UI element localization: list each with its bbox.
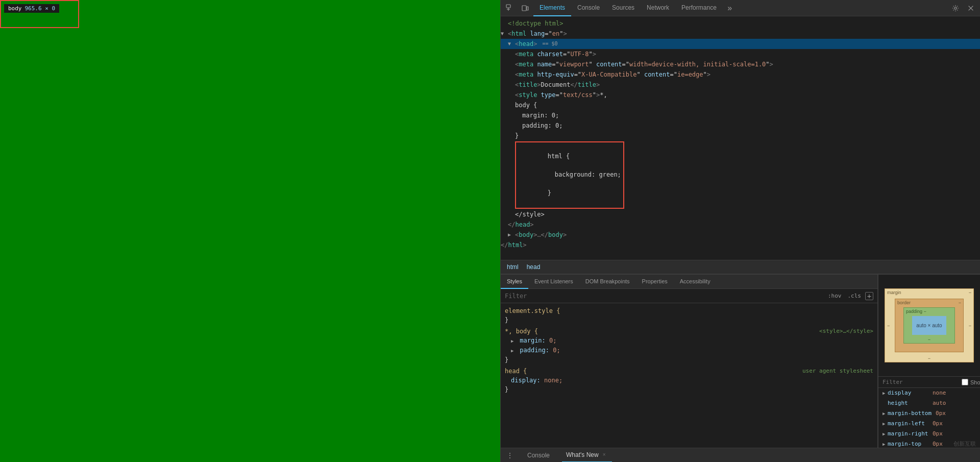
box-model-visual: margin − − − − border − padding − xyxy=(878,275,980,376)
tooltip-dimensions: 965.6 × 0 xyxy=(25,5,56,12)
box-content-layer: auto × auto xyxy=(912,316,946,335)
style-source-head[interactable]: user agent stylesheet xyxy=(802,367,873,376)
head-selector[interactable]: head { xyxy=(505,368,527,375)
tooltip-tag: body xyxy=(8,5,22,12)
margin-expand-arrow[interactable]: ▶ xyxy=(511,336,516,346)
html-line-html-close[interactable]: </html> xyxy=(501,240,980,250)
computed-properties-list: ▶ display none height auto ▶ margin-bott… xyxy=(878,388,980,448)
html-line-margin[interactable]: margin: 0; xyxy=(501,110,980,120)
style-rule-head: head { user agent stylesheet display: no… xyxy=(501,366,877,395)
html-line-padding[interactable]: padding: 0; xyxy=(501,120,980,131)
padding-label: padding − xyxy=(906,309,926,314)
tab-elements[interactable]: Elements xyxy=(533,0,571,16)
html-tree[interactable]: <!doctype html> ▼ <html lang="en" > ▼ <h… xyxy=(501,16,980,260)
html-line-style-close[interactable]: </style> xyxy=(501,209,980,220)
html-line-title[interactable]: <title> Document </title> xyxy=(501,80,980,90)
style-rule-element: element.style { } xyxy=(501,305,877,326)
computed-prop-margin-left[interactable]: ▶ margin-left 0px xyxy=(878,419,980,429)
device-toggle-button[interactable] xyxy=(518,1,532,15)
bottom-bar: ⋮ Console What's New × xyxy=(501,448,980,462)
style-source-body[interactable]: <style>…</style> xyxy=(819,327,873,336)
html-line-body[interactable]: ▶ <body> … </body> xyxy=(501,230,980,240)
margin-right-dash: − xyxy=(969,323,971,328)
bottom-tab-whats-new[interactable]: What's New × xyxy=(562,448,612,463)
display-prop[interactable]: display: xyxy=(511,377,541,384)
body-selector[interactable]: *, body { xyxy=(505,328,538,335)
breadcrumb-html[interactable]: html xyxy=(505,263,521,271)
computed-prop-margin-bottom[interactable]: ▶ margin-bottom 0px xyxy=(878,408,980,419)
tab-properties[interactable]: Properties xyxy=(636,275,674,289)
lower-panel: Styles Event Listeners DOM Breakpoints P… xyxy=(501,274,980,448)
tab-dom-breakpoints[interactable]: DOM Breakpoints xyxy=(579,275,636,289)
html-line-html-rule[interactable]: html { background: green; } xyxy=(501,141,980,209)
show-all-checkbox[interactable] xyxy=(962,379,968,385)
computed-prop-margin-top[interactable]: ▶ margin-top 0px xyxy=(878,439,980,448)
toolbar-end-buttons xyxy=(948,1,978,15)
devtools-panel: Elements Console Sources Network Perform… xyxy=(500,0,980,462)
margin-minus: − xyxy=(969,290,971,295)
svg-rect-3 xyxy=(522,6,526,11)
tab-accessibility[interactable]: Accessibility xyxy=(674,275,717,289)
browser-viewport: body 965.6 × 0 xyxy=(0,0,500,462)
cls-filter-button[interactable]: .cls xyxy=(848,293,862,299)
html-line-style-open[interactable]: <style type="text/css" >*, xyxy=(501,90,980,100)
padding-prop[interactable]: padding: xyxy=(520,347,549,354)
svg-point-5 xyxy=(954,7,957,9)
border-label: border xyxy=(897,300,911,305)
html-line-head[interactable]: ▼ <head> == $0 xyxy=(501,39,980,49)
display-value[interactable]: none; xyxy=(544,377,562,384)
styles-panel: Styles Event Listeners DOM Breakpoints P… xyxy=(501,275,878,448)
computed-prop-display[interactable]: ▶ display none xyxy=(878,388,980,398)
styles-filter-input[interactable] xyxy=(505,293,822,300)
bottom-tab-console[interactable]: Console xyxy=(523,448,554,463)
breadcrumb-head[interactable]: head xyxy=(525,263,543,271)
svg-rect-4 xyxy=(527,7,528,10)
svg-rect-0 xyxy=(506,5,510,8)
html-line-meta-viewport[interactable]: <meta name="viewport" content="width=dev… xyxy=(501,59,980,69)
html-line-meta-charset[interactable]: <meta charset="UTF-8" > xyxy=(501,49,980,59)
close-devtools-button[interactable] xyxy=(964,1,978,15)
add-style-button[interactable]: + xyxy=(865,292,873,300)
whats-new-close-button[interactable]: × xyxy=(601,451,608,458)
html-line-body-close[interactable]: } xyxy=(501,131,980,141)
tab-event-listeners[interactable]: Event Listeners xyxy=(528,275,579,289)
content-dimensions: auto × auto xyxy=(916,323,942,328)
styles-filter-bar: :hov .cls + xyxy=(501,289,877,303)
tab-console[interactable]: Console xyxy=(571,0,606,16)
html-line-html[interactable]: ▼ <html lang="en" > xyxy=(501,29,980,39)
element-tooltip: body 965.6 × 0 xyxy=(4,4,59,13)
computed-filter-input[interactable] xyxy=(883,379,958,385)
computed-prop-margin-right[interactable]: ▶ margin-right 0px xyxy=(878,429,980,439)
html-line-body-rule[interactable]: body { xyxy=(501,100,980,110)
settings-button[interactable] xyxy=(948,1,963,15)
margin-label: margin xyxy=(887,290,901,295)
style-rule-body: *, body { <style>…</style> ▶ margin: 0; … xyxy=(501,326,877,366)
breadcrumb-bar: html head xyxy=(501,260,980,274)
pseudo-filter-button[interactable]: :hov xyxy=(826,293,844,299)
margin-value[interactable]: 0; xyxy=(549,337,556,344)
inspect-element-button[interactable] xyxy=(503,1,517,15)
margin-bottom-dash: − xyxy=(928,356,930,361)
more-tabs-button[interactable]: » xyxy=(723,1,737,15)
html-line-head-close[interactable]: </head> xyxy=(501,220,980,230)
tab-sources[interactable]: Sources xyxy=(606,0,641,16)
tab-performance[interactable]: Performance xyxy=(675,0,723,16)
show-all-label: Show all xyxy=(962,379,980,385)
styles-content: element.style { } *, body { <style>…</st… xyxy=(501,303,877,448)
box-padding-layer: padding − auto × auto − xyxy=(903,307,955,344)
drawer-toggle-button[interactable]: ⋮ xyxy=(505,450,515,460)
element-style-selector[interactable]: element.style { xyxy=(505,307,560,314)
padding-expand-arrow[interactable]: ▶ xyxy=(511,346,516,355)
box-model-diagram: margin − − − − border − padding − xyxy=(885,288,974,362)
margin-prop[interactable]: margin: xyxy=(520,337,546,344)
padding-value[interactable]: 0; xyxy=(553,347,560,354)
tab-styles[interactable]: Styles xyxy=(501,275,528,289)
devtools-toolbar: Elements Console Sources Network Perform… xyxy=(501,0,980,16)
tab-network[interactable]: Network xyxy=(641,0,675,16)
html-line-meta-compat[interactable]: <meta http-equiv="X-UA-Compatible" conte… xyxy=(501,69,980,80)
border-minus: − xyxy=(959,300,961,305)
computed-prop-height[interactable]: height auto xyxy=(878,398,980,408)
box-model-panel: margin − − − − border − padding − xyxy=(878,275,980,448)
devtools-tab-bar: Elements Console Sources Network Perform… xyxy=(533,0,947,16)
html-line-doctype[interactable]: <!doctype html> xyxy=(501,18,980,29)
